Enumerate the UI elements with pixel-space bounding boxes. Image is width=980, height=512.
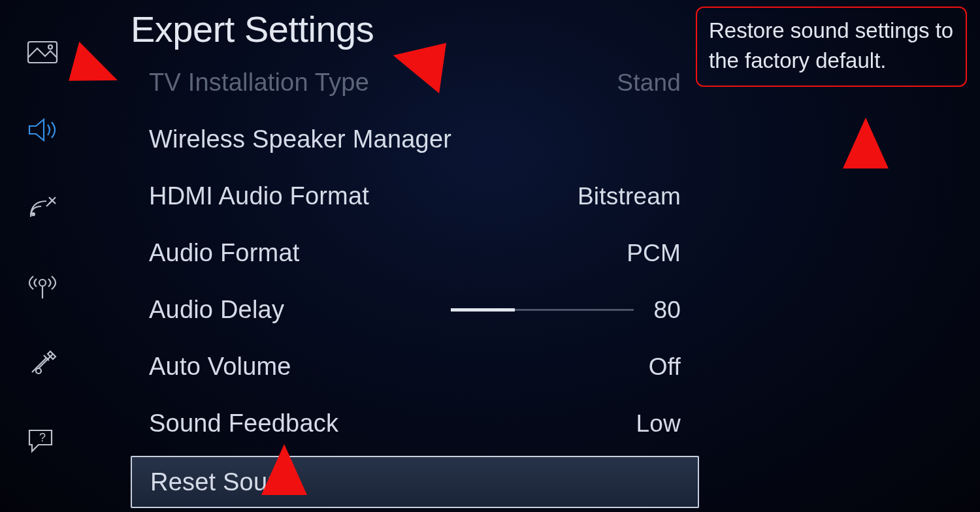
menu-item-hdmi-audio-format[interactable]: HDMI Audio Format Bitstream [131, 168, 699, 225]
annotation-arrow-icon [843, 118, 889, 168]
annotation-arrow-icon [389, 36, 446, 93]
menu-value: Bitstream [578, 183, 681, 210]
svg-line-5 [46, 200, 52, 206]
menu-value: PCM [627, 240, 681, 267]
menu-value: 80 [653, 296, 681, 324]
menu-item-reset-sound[interactable]: Reset Sound [131, 456, 699, 508]
menu-label: Auto Volume [149, 353, 291, 381]
audio-delay-value-group: 80 [451, 296, 681, 324]
svg-point-6 [39, 280, 46, 286]
picture-icon[interactable] [25, 38, 59, 67]
menu-value: Stand [617, 69, 681, 97]
menu-label: TV Installation Type [149, 69, 369, 97]
slider-fill [451, 308, 515, 312]
svg-point-2 [31, 212, 35, 216]
menu-item-auto-volume[interactable]: Auto Volume Off [131, 338, 699, 395]
menu-item-wireless-speaker-manager[interactable]: Wireless Speaker Manager [131, 111, 699, 168]
sound-icon[interactable] [25, 116, 59, 144]
audio-delay-slider[interactable] [451, 309, 634, 311]
menu-item-audio-format[interactable]: Audio Format PCM [131, 225, 699, 281]
annotation-arrow-icon [261, 444, 307, 495]
help-tooltip: Restore sound settings to the factory de… [696, 7, 967, 87]
broadcast-icon[interactable] [25, 193, 59, 222]
menu-item-sound-feedback[interactable]: Sound Feedback Low [131, 395, 699, 452]
menu-value: Low [636, 410, 681, 438]
settings-menu: TV Installation Type Stand Wireless Spea… [131, 54, 699, 508]
menu-label: HDMI Audio Format [149, 182, 369, 210]
menu-label: Sound Feedback [149, 409, 338, 438]
menu-item-audio-delay[interactable]: Audio Delay 80 [131, 281, 699, 338]
menu-label: Audio Delay [149, 296, 284, 324]
menu-label: Audio Format [149, 239, 300, 267]
network-icon[interactable] [25, 271, 59, 300]
support-icon[interactable]: ? [25, 426, 59, 455]
svg-text:?: ? [39, 431, 46, 444]
svg-point-1 [48, 45, 52, 49]
menu-value: Off [649, 353, 681, 381]
menu-label: Wireless Speaker Manager [149, 125, 451, 153]
tools-icon[interactable] [25, 349, 59, 377]
